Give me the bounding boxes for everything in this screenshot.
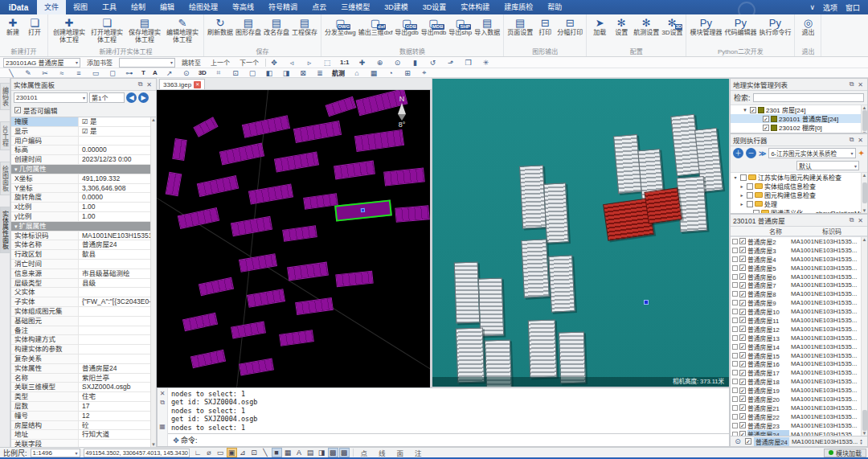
house-row[interactable]: ✓ 普通房屋24 MA1001NE103H1535... — [731, 430, 867, 436]
property-value[interactable]: 3,306,646.908 — [79, 184, 156, 193]
house-checkbox[interactable]: ✓ — [739, 264, 746, 271]
house-checkbox[interactable]: ✓ — [739, 370, 746, 376]
property-value[interactable]: 砼 — [79, 421, 156, 430]
house-checkbox[interactable]: ✓ — [739, 300, 746, 306]
house-row[interactable]: ✓ 普通房屋20 MA1001NE103H1535... — [731, 395, 867, 404]
building-3d-model[interactable] — [528, 319, 557, 378]
property-value[interactable]: 行知大道 — [79, 430, 156, 439]
building-footprint[interactable] — [280, 330, 313, 345]
document-tab[interactable]: 3363.igep ✕ — [159, 79, 205, 89]
entity-index-box[interactable]: 第1个 — [89, 92, 125, 103]
house-row[interactable]: ✓ 普通房屋13 MA1001NE103H1535... — [731, 334, 867, 342]
house-checkbox[interactable]: ✓ — [739, 361, 746, 367]
house-checkbox[interactable]: ✓ — [739, 387, 746, 394]
building-3d-model[interactable] — [543, 182, 569, 243]
expand-arrow-icon[interactable]: ▸ — [739, 192, 745, 198]
house-row[interactable]: ✓ 普通房屋16 MA1001NE103H1535... — [731, 359, 867, 368]
house-row[interactable]: ✓ 普通房屋23 MA1001NE103H1535... — [731, 421, 867, 430]
building-footprint[interactable] — [296, 298, 333, 314]
ribbon-button[interactable]: ▤ 改名存盘 — [263, 15, 290, 37]
overlay-icon[interactable]: ▩ — [339, 448, 350, 457]
menu-tab-等高线[interactable]: 等高线 — [225, 0, 261, 14]
close-panel-icon[interactable]: ✕ — [145, 81, 154, 88]
visibility-checkbox[interactable]: ✓ — [763, 125, 769, 131]
layers-icon[interactable]: ≣ — [315, 69, 325, 77]
close-panel-icon[interactable]: ✕ — [856, 137, 865, 144]
add-rule-button[interactable]: ＋ — [733, 148, 743, 158]
trim-icon[interactable]: ✂ — [40, 69, 50, 77]
close-document-icon[interactable]: ✕ — [194, 81, 201, 88]
building-footprint[interactable] — [191, 350, 225, 367]
zoom-center-icon[interactable]: ⊙ — [393, 59, 403, 67]
entity-tree-item[interactable]: ✓ 230101 普通房屋[24] — [731, 114, 867, 123]
property-value[interactable]: 1.00 — [79, 203, 156, 211]
house-row[interactable]: ✓ 普通房屋2 MA1001NE103H1535... — [731, 237, 867, 246]
map-2d-canvas[interactable]: N 8° — [157, 90, 432, 387]
undo-view-icon[interactable]: ↺ — [428, 59, 438, 67]
draw-line-icon[interactable]: ╲ — [6, 69, 16, 77]
property-value[interactable]: MA1001NE103H15351422... — [79, 232, 156, 240]
house-row[interactable]: ✓ 普通房屋4 MA1001NE103H1535... — [731, 255, 867, 264]
rule-checkbox[interactable] — [740, 174, 747, 181]
next-entity-button[interactable]: ▶ — [138, 92, 149, 103]
aerial-survey-button[interactable]: 航测 — [332, 68, 345, 77]
menu-tab-绘图处理[interactable]: 绘图处理 — [182, 0, 225, 14]
jump-to-button[interactable]: 跳转至 — [178, 58, 204, 67]
previous-entity-button[interactable]: ◀ — [126, 92, 137, 103]
refresh-view-icon[interactable]: ✳ — [481, 59, 491, 67]
house-row[interactable]: ✓ 普通房屋5 MA1001NE103H1535... — [731, 264, 867, 273]
house-row[interactable]: ✓ 普通房屋10 MA1001NE103H1535... — [731, 307, 867, 316]
table-toggle-icon[interactable]: ▤ — [305, 449, 316, 457]
parallel-lines-icon[interactable]: ≡ — [74, 69, 84, 77]
fill-toggle-icon[interactable]: ■ — [272, 448, 282, 457]
column-code[interactable]: 标识码 — [796, 227, 867, 236]
float-panel-icon[interactable]: ⧉ — [847, 136, 856, 144]
entity-tree-item[interactable]: ✓ 230102 棚房[0] — [731, 123, 867, 132]
ribbon-button[interactable]: ◎ 退出 — [797, 15, 818, 37]
zoom-extents-icon[interactable]: ⊕ — [375, 59, 385, 67]
property-grid-scrollbar[interactable]: ▲▼ — [150, 117, 156, 447]
move-prompt-icon[interactable]: ✥ — [171, 436, 181, 445]
property-value[interactable] — [79, 345, 156, 354]
ribbon-button[interactable]: Py 模块管理器 — [689, 15, 723, 37]
search-input[interactable] — [753, 93, 864, 102]
side-tab-draw-panel[interactable]: 绘图面板 — [0, 162, 10, 195]
frame-icon[interactable]: ▢ — [248, 69, 257, 77]
menu-tab-文件[interactable]: 文件 — [37, 0, 66, 14]
angle-snap-icon[interactable]: ⊿ — [238, 449, 248, 457]
ribbon-button[interactable]: ➤ 加载 — [589, 15, 610, 37]
building-footprint[interactable] — [304, 194, 337, 208]
rule-tree-item[interactable]: 图谱语义化——showRelationMap — [731, 208, 867, 213]
house-checkbox[interactable]: ✓ — [739, 247, 746, 253]
building-footprint[interactable] — [249, 185, 293, 204]
remove-rule-button[interactable]: － — [746, 148, 756, 158]
ribbon-button[interactable]: ❏ 打开地理实体工程 — [88, 15, 125, 44]
cell-icon[interactable]: ⊡ — [231, 69, 240, 77]
polygon-icon[interactable]: ◻ — [108, 69, 117, 77]
property-value[interactable]: 491,109.332 — [79, 174, 156, 183]
redo-view-icon[interactable]: ⬏ — [446, 59, 456, 67]
ribbon-button[interactable]: ✎ 编辑地理实体工程 — [164, 15, 201, 44]
grid-tool-icon[interactable]: ⌗ — [214, 68, 223, 77]
property-value[interactable]: ☑ 是 — [79, 117, 156, 126]
zoom-1to1-icon[interactable]: 1:1 — [340, 59, 350, 66]
command-input[interactable] — [198, 434, 729, 446]
rule-tree-item[interactable]: ▾ 江苏实体与图元构建关系检查 — [731, 173, 867, 182]
halftone-icon[interactable]: ◨ — [317, 449, 327, 457]
house-row[interactable]: ✓ 普通房屋11 MA1001NE103H1535... — [731, 316, 867, 325]
building-footprint[interactable] — [294, 121, 341, 141]
keyboard-grid-icon[interactable]: ▦ — [159, 423, 166, 430]
house-row[interactable]: ✓ 普通房屋21 MA1001NE103H1535... — [731, 404, 867, 412]
side-tab-code-table[interactable]: 编码表 — [0, 83, 10, 110]
house-checkbox[interactable]: ✓ — [739, 238, 746, 244]
rule-tree-item[interactable]: ▸ 图元构建信息检查 — [731, 191, 867, 199]
osnap-icon[interactable]: ⌀ — [204, 449, 215, 457]
side-tab-3d-project[interactable]: 3D工程 — [0, 121, 10, 150]
fill-view-icon[interactable]: ▮ — [411, 59, 420, 67]
building-3d-model[interactable] — [456, 327, 485, 383]
visibility-checkbox[interactable]: ✓ — [750, 107, 756, 113]
node-edit-icon[interactable]: ⊶ — [125, 69, 134, 77]
building-3d-model[interactable] — [519, 165, 547, 228]
expand-arrow-icon[interactable]: ▸ — [739, 183, 745, 189]
ribbon-button[interactable]: ▤ 导入数据 — [473, 15, 501, 37]
